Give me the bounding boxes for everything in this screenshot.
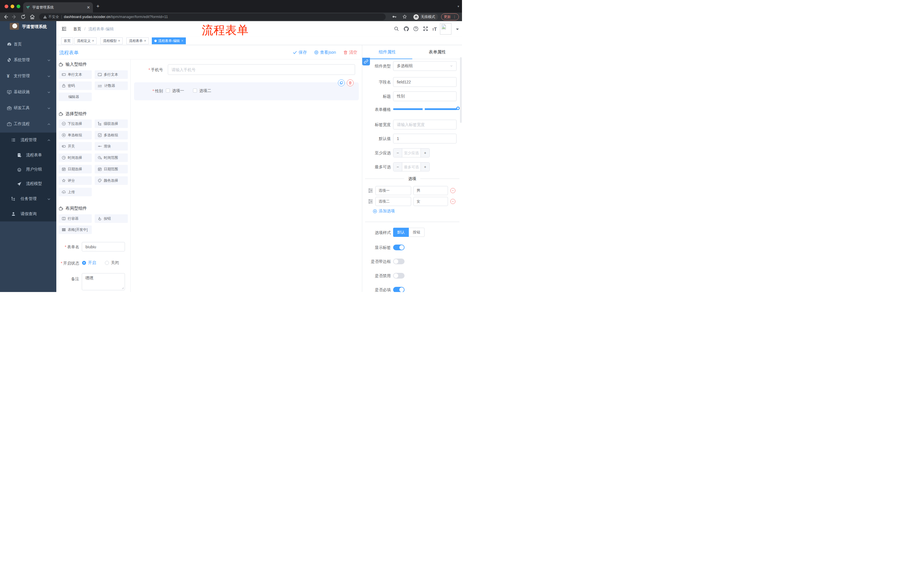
sidebar-item-home[interactable]: 首页 [0, 37, 56, 51]
breadcrumb-home[interactable]: 首页 [73, 26, 81, 32]
window-zoom-button[interactable] [16, 5, 20, 8]
tag-process-model[interactable]: 流程模型× [101, 38, 123, 44]
palette-item-checkbox-group[interactable]: 多选框组 [95, 131, 128, 140]
tab-search-caret-icon[interactable]: ▾ [457, 5, 459, 8]
palette-item-date-picker[interactable]: 日期选择 [59, 165, 92, 173]
option-1-label-input[interactable] [375, 186, 411, 195]
grid-slider[interactable] [393, 108, 457, 110]
min-select-input[interactable] [402, 148, 421, 157]
tag-process-form-edit[interactable]: 流程表单-编辑× [152, 38, 186, 44]
checkbox-option-2[interactable] [193, 89, 197, 92]
url-bar[interactable]: 不安全 dashboard.yudao.iocoder.cn/bpm/manag… [39, 13, 386, 20]
palette-item-color-picker[interactable]: 颜色选择 [95, 176, 128, 185]
component-type-select[interactable]: 多选框组 [393, 61, 457, 71]
palette-item-table[interactable]: 表格[开发中] [59, 225, 92, 234]
close-icon[interactable]: × [118, 39, 120, 43]
palette-item-editor[interactable]: 编辑器 [59, 92, 92, 101]
palette-item-select[interactable]: 下拉选择 [59, 119, 92, 128]
app-logo-avatar[interactable] [10, 23, 19, 30]
browser-update-button[interactable]: 更新 ⋮ [441, 13, 459, 20]
window-minimize-button[interactable] [11, 5, 14, 8]
palette-item-textarea[interactable]: 多行文本 [95, 70, 128, 79]
font-size-icon[interactable]: TT [432, 27, 438, 33]
sidebar-item-leave-query[interactable]: 请假查询 [0, 207, 56, 221]
default-value-input[interactable] [393, 134, 457, 143]
palette-item-rate[interactable]: 评分 [59, 176, 92, 185]
decrease-button[interactable]: − [393, 163, 402, 171]
form-name-input[interactable] [82, 242, 125, 252]
tab-component-props[interactable]: 组件属性 [362, 45, 412, 59]
form-canvas[interactable]: *手机号 *性别 选项一 选项二 [130, 59, 362, 292]
close-icon[interactable]: × [144, 39, 146, 43]
reload-icon[interactable] [20, 14, 26, 20]
border-switch[interactable] [393, 258, 404, 264]
option-2-value-input[interactable] [413, 197, 448, 206]
new-tab-button[interactable]: + [96, 3, 99, 9]
add-option-button[interactable]: 添加选项 [373, 209, 395, 214]
sidebar-item-process-management[interactable]: 流程管理 [0, 133, 56, 147]
palette-item-date-range[interactable]: 日期范围 [95, 165, 128, 173]
label-width-input[interactable] [393, 120, 457, 130]
required-switch[interactable] [393, 287, 404, 292]
phone-input[interactable] [168, 64, 355, 75]
option-2-label-input[interactable] [375, 197, 411, 206]
search-icon[interactable] [394, 26, 399, 32]
sidebar-item-devtools[interactable]: 研发工具 [0, 101, 56, 115]
decrease-button[interactable]: − [393, 148, 402, 157]
style-button-button[interactable]: 按钮 [409, 228, 424, 237]
link-tab-button[interactable] [362, 58, 370, 66]
security-warning[interactable]: 不安全 [43, 15, 59, 20]
clear-button[interactable]: 清空 [343, 50, 357, 55]
show-label-switch[interactable] [393, 245, 404, 250]
palette-item-row-container[interactable]: 行容器 [59, 214, 92, 223]
max-select-input[interactable] [402, 163, 421, 171]
disabled-switch[interactable] [393, 273, 404, 278]
tag-process-definition[interactable]: 流程定义× [74, 38, 97, 44]
field-name-input[interactable] [393, 77, 457, 87]
tag-process-form[interactable]: 流程表单× [126, 38, 148, 44]
selected-widget-gender[interactable]: *性别 选项一 选项二 [134, 82, 359, 100]
hamburger-icon[interactable] [61, 26, 67, 32]
home-icon[interactable] [30, 14, 35, 20]
save-button[interactable]: 保存 [293, 50, 307, 55]
sidebar-item-infrastructure[interactable]: 基础设施 [0, 85, 56, 99]
resize-handle[interactable] [122, 287, 124, 289]
palette-item-cascader[interactable]: 级联选择 [95, 119, 128, 128]
browser-tab[interactable]: 芋道管理系统 ✕ [23, 2, 93, 13]
palette-item-counter[interactable]: 123计数器 [95, 81, 128, 90]
palette-item-radio-group[interactable]: 单选框组 [59, 131, 92, 140]
palette-item-password[interactable]: 密码 [59, 81, 92, 90]
help-icon[interactable] [413, 26, 419, 32]
status-radio-off[interactable]: 关闭 [105, 260, 119, 265]
bookmark-star-icon[interactable] [402, 14, 408, 20]
fullscreen-icon[interactable] [423, 26, 429, 32]
close-icon[interactable]: × [181, 39, 183, 43]
password-key-icon[interactable] [392, 14, 398, 20]
palette-item-slider[interactable]: 滑块 [95, 142, 128, 151]
sidebar-item-process-model[interactable]: 流程模型 [0, 176, 56, 191]
tag-home[interactable]: 首页 [61, 38, 73, 44]
remove-option-2-button[interactable]: − [450, 199, 455, 204]
checkbox-option-1[interactable] [166, 89, 170, 92]
inspector-scrollbar[interactable] [460, 57, 462, 123]
avatar[interactable] [440, 23, 451, 35]
sidebar-item-task-management[interactable]: 任务管理 [0, 192, 56, 206]
option-1-value-input[interactable] [413, 186, 448, 195]
increase-button[interactable]: + [421, 148, 429, 157]
palette-item-button[interactable]: 按钮 [95, 214, 128, 223]
kebab-menu-icon[interactable]: ⋮ [453, 15, 456, 19]
slider-handle[interactable] [456, 107, 460, 110]
palette-item-upload[interactable]: 上传 [59, 188, 92, 196]
status-radio-on[interactable]: 开启 [82, 260, 96, 265]
palette-item-time-picker[interactable]: 时间选择 [59, 153, 92, 162]
github-icon[interactable] [403, 26, 409, 32]
back-icon[interactable] [3, 14, 8, 20]
avatar-caret-icon[interactable] [456, 29, 459, 31]
palette-item-switch[interactable]: 开关 [59, 142, 92, 151]
style-default-button[interactable]: 默认 [393, 228, 409, 237]
view-json-button[interactable]: 查看json [314, 50, 336, 55]
remove-option-1-button[interactable]: − [450, 188, 455, 193]
tab-close-icon[interactable]: ✕ [87, 5, 90, 10]
remark-textarea[interactable]: 嘿嘿 [82, 273, 125, 290]
drag-handle-icon[interactable] [368, 199, 373, 205]
